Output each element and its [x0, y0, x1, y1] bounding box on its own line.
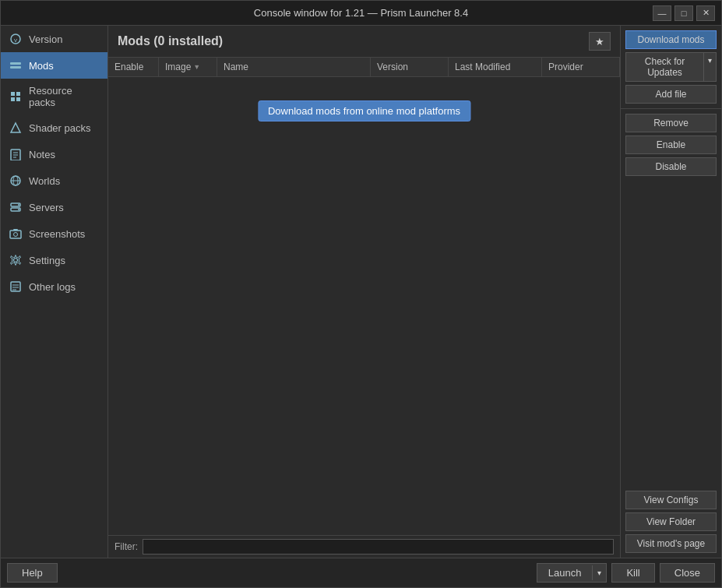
servers-icon — [9, 200, 23, 214]
col-enable[interactable]: Enable — [108, 58, 159, 76]
download-mods-button[interactable]: Download mods — [625, 30, 717, 49]
sidebar-item-settings[interactable]: Settings — [1, 247, 107, 273]
separator-1 — [621, 108, 721, 109]
sidebar-label-notes: Notes — [29, 149, 55, 160]
svg-rect-7 — [16, 97, 20, 101]
kill-button[interactable]: Kill — [611, 563, 654, 583]
sidebar-label-mods: Mods — [29, 60, 54, 72]
svg-rect-20 — [10, 231, 21, 238]
screenshots-icon — [9, 227, 23, 241]
svg-point-21 — [14, 233, 18, 237]
content-area: Mods (0 installed) ★ Enable Image ▼ Name — [108, 26, 620, 558]
sidebar-item-resource-packs[interactable]: Resource packs — [1, 79, 107, 114]
sidebar-item-notes[interactable]: Notes — [1, 141, 107, 167]
filter-label: Filter: — [114, 541, 138, 552]
minimize-button[interactable]: — — [653, 5, 671, 21]
sidebar-label-servers: Servers — [29, 202, 64, 213]
sidebar-item-other-logs[interactable]: Other logs — [1, 273, 107, 300]
titlebar: Console window for 1.21 — Prism Launcher… — [1, 1, 721, 26]
check-for-updates-button[interactable]: Check for Updates — [625, 52, 703, 82]
enable-button[interactable]: Enable — [625, 136, 717, 154]
sidebar-item-worlds[interactable]: Worlds — [1, 167, 107, 194]
sidebar-label-worlds: Worlds — [29, 175, 60, 187]
version-icon: v — [9, 32, 23, 46]
svg-rect-4 — [11, 92, 15, 96]
help-button[interactable]: Help — [7, 563, 58, 583]
svg-rect-3 — [10, 66, 21, 69]
svg-rect-2 — [10, 62, 21, 65]
svg-point-23 — [14, 259, 18, 262]
add-file-button[interactable]: Add file — [625, 85, 717, 104]
col-image[interactable]: Image ▼ — [159, 58, 217, 76]
svg-point-19 — [18, 209, 19, 210]
col-last-modified[interactable]: Last Modified — [449, 58, 542, 76]
visit-mod-page-button[interactable]: Visit mod's page — [625, 534, 717, 553]
sidebar-label-settings: Settings — [29, 255, 65, 266]
main-area: v Version Mods Resource packs — [1, 26, 721, 558]
disable-button[interactable]: Disable — [625, 157, 717, 176]
empty-tooltip: Download mods from online mod platforms — [258, 100, 470, 121]
col-provider[interactable]: Provider — [542, 58, 620, 76]
sidebar-item-servers[interactable]: Servers — [1, 194, 107, 220]
sidebar-item-screenshots[interactable]: Screenshots — [1, 220, 107, 247]
main-window: Console window for 1.21 — Prism Launcher… — [0, 0, 722, 588]
launch-arrow-button[interactable]: ▾ — [592, 565, 606, 580]
svg-rect-6 — [11, 97, 15, 101]
window-title: Console window for 1.21 — Prism Launcher… — [69, 7, 653, 19]
bottom-bar: Help Launch ▾ Kill Close — [1, 558, 721, 587]
col-name[interactable]: Name — [217, 58, 371, 76]
other-logs-icon — [9, 280, 23, 294]
svg-text:v: v — [14, 37, 17, 44]
check-for-updates-split: Check for Updates ▾ — [625, 52, 717, 82]
table-body: Download mods from online mod platforms — [108, 77, 620, 535]
svg-rect-22 — [13, 229, 18, 231]
mods-table: Enable Image ▼ Name Version Last Modifie… — [108, 58, 620, 558]
close-window-button[interactable]: ✕ — [696, 5, 715, 21]
svg-rect-5 — [16, 92, 20, 96]
close-button[interactable]: Close — [660, 563, 715, 583]
remove-button[interactable]: Remove — [625, 114, 717, 132]
sidebar-item-shader-packs[interactable]: Shader packs — [1, 114, 107, 141]
svg-marker-8 — [11, 123, 20, 132]
check-for-updates-arrow[interactable]: ▾ — [703, 52, 717, 82]
notes-icon — [9, 147, 23, 161]
svg-point-18 — [18, 204, 19, 206]
content-header: Mods (0 installed) ★ — [108, 26, 620, 58]
launch-button-group: Launch ▾ — [537, 563, 608, 583]
titlebar-controls: — □ ✕ — [653, 5, 715, 21]
filter-input[interactable] — [143, 539, 614, 555]
sidebar-label-version: Version — [29, 33, 62, 45]
settings-icon — [9, 253, 23, 267]
sidebar-label-shader-packs: Shader packs — [29, 122, 91, 134]
right-panel: Download mods Check for Updates ▾ Add fi… — [620, 26, 721, 558]
shader-packs-icon — [9, 121, 23, 135]
page-title: Mods (0 installed) — [118, 34, 223, 48]
image-sort-icon: ▼ — [193, 63, 200, 71]
view-configs-button[interactable]: View Configs — [625, 491, 717, 509]
view-folder-button[interactable]: View Folder — [625, 512, 717, 531]
filter-bar: Filter: — [108, 535, 620, 558]
resource-packs-icon — [9, 90, 23, 104]
spacer — [621, 178, 721, 489]
mods-icon — [9, 58, 23, 72]
sidebar-item-version[interactable]: v Version — [1, 26, 107, 52]
table-header: Enable Image ▼ Name Version Last Modifie… — [108, 58, 620, 77]
sidebar-label-screenshots: Screenshots — [29, 228, 85, 240]
launch-main-button[interactable]: Launch — [537, 564, 593, 582]
sidebar-item-mods[interactable]: Mods — [1, 52, 107, 79]
sidebar-label-other-logs: Other logs — [29, 281, 76, 293]
star-button[interactable]: ★ — [589, 32, 611, 51]
worlds-icon — [9, 174, 23, 188]
maximize-button[interactable]: □ — [674, 5, 693, 21]
sidebar-label-resource-packs: Resource packs — [29, 85, 100, 108]
col-version[interactable]: Version — [371, 58, 449, 76]
sidebar: v Version Mods Resource packs — [1, 26, 108, 558]
